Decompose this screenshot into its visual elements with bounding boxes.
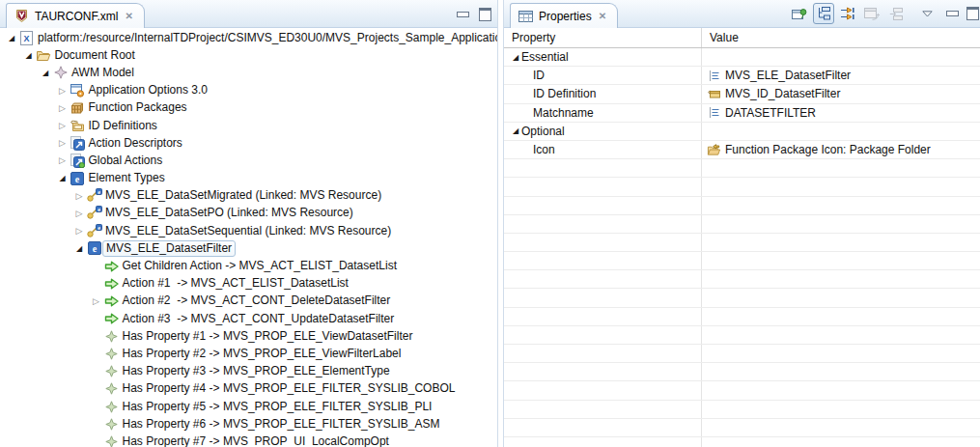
editor-minimize-icon[interactable] <box>457 12 469 17</box>
tree-item[interactable]: ▷Action Descriptors <box>0 134 497 152</box>
expander-expanded-icon[interactable]: ◢ <box>22 51 36 60</box>
editor-tab-close-icon[interactable]: ✕ <box>123 11 134 22</box>
tree-item[interactable]: ▷eMVS_ELE_DataSetMigrated (Linked: MVS R… <box>0 187 497 205</box>
expander-collapsed-icon[interactable]: ▷ <box>72 209 86 218</box>
expander-collapsed-icon[interactable]: ▷ <box>90 296 103 306</box>
empty-value-cell <box>702 437 980 447</box>
tree-item[interactable]: Has Property #6 -> MVS_PROP_ELE_FILTER_S… <box>0 415 497 433</box>
property-value-cell[interactable]: MVS_ID_DatasetFilter <box>702 85 980 102</box>
tree-item-label: Application Options 3.0 <box>86 83 210 98</box>
expander-expanded-icon[interactable]: ◢ <box>56 174 70 182</box>
tree-item[interactable]: ◢AWM Model <box>0 64 497 81</box>
expander-collapsed-icon[interactable]: ▷ <box>72 226 86 236</box>
tree-item[interactable]: ▷eMVS_ELE_DataSetSequential (Linked: MVS… <box>0 222 497 239</box>
view-menu-icon <box>922 11 933 17</box>
svg-text:e: e <box>98 207 100 212</box>
tree-item[interactable]: ▷Function Packages <box>0 99 497 117</box>
properties-tab[interactable]: Properties ✕ <box>510 3 618 28</box>
tree-item[interactable]: Action #3 -> MVS_ACT_CONT_UpdateDatasetF… <box>0 310 497 327</box>
property-row[interactable]: IconFunction Package Icon: Package Folde… <box>504 141 980 159</box>
empty-value-cell <box>702 345 980 362</box>
expander-collapsed-icon[interactable]: ▷ <box>72 191 86 201</box>
expander-collapsed-icon[interactable]: ▷ <box>56 155 70 165</box>
empty-value-cell <box>702 197 980 214</box>
has-property-icon <box>103 435 120 447</box>
tree-item[interactable]: ▷Application Options 3.0 <box>0 82 497 99</box>
property-row[interactable]: IDMVS_ELE_DatasetFilter <box>504 67 980 85</box>
has-property-icon <box>103 401 120 413</box>
property-row[interactable]: ID DefinitionMVS_ID_DatasetFilter <box>504 85 980 103</box>
category-label: Essential <box>521 50 569 64</box>
expander-expanded-icon[interactable]: ◢ <box>5 34 18 42</box>
tree-item[interactable]: ◢eMVS_ELE_DatasetFilter <box>0 239 497 257</box>
show-advanced-properties-button[interactable] <box>837 3 858 24</box>
properties-maximize-icon[interactable] <box>966 7 979 20</box>
property-row[interactable]: MatchnameDATASETFILTER <box>504 104 980 123</box>
has-property-icon <box>103 382 120 395</box>
expander-collapsed-icon[interactable]: ▷ <box>56 138 70 148</box>
expander-expanded-icon[interactable]: ◢ <box>39 69 52 77</box>
tree-item[interactable]: Has Property #2 -> MVS_PROP_ELE_ViewFilt… <box>0 345 497 362</box>
empty-row <box>504 159 980 178</box>
workbench: TAURCONF.xml ✕ ◢Xplatform:/resource/Inte… <box>0 0 980 447</box>
tree-item[interactable]: Has Property #4 -> MVS_PROP_ELE_FILTER_S… <box>0 380 497 398</box>
tree-item[interactable]: Has Property #1 -> MVS_PROP_ELE_ViewData… <box>0 327 497 345</box>
empty-name-cell <box>504 437 702 447</box>
tree-item[interactable]: ◢Document Root <box>0 46 497 64</box>
action-arrow-icon <box>103 277 120 291</box>
show-advanced-properties-icon <box>840 7 855 20</box>
id-definitions-icon <box>70 119 86 132</box>
property-category-row[interactable]: ◢Optional <box>504 123 980 141</box>
tree-item[interactable]: ▷Global Actions <box>0 152 497 169</box>
view-menu-button[interactable] <box>916 3 938 24</box>
property-value-cell[interactable]: Function Package Icon: Package Folder <box>702 141 980 158</box>
column-header-value[interactable]: Value <box>702 31 739 44</box>
tree-item[interactable]: ▷ID Definitions <box>0 117 497 134</box>
tree-item-label: Has Property #5 -> MVS_PROP_ELE_FILTER_S… <box>120 400 435 414</box>
tree-item-label: Action #1 -> MVS_ACT_ELIST_DatasetList <box>120 276 351 291</box>
property-category-row[interactable]: ◢Essential <box>504 48 980 67</box>
editor-pane: TAURCONF.xml ✕ ◢Xplatform:/resource/Inte… <box>0 0 498 447</box>
expander-expanded-icon[interactable]: ◢ <box>72 244 86 253</box>
empty-row <box>504 437 980 447</box>
properties-tabbar: Properties ✕ <box>504 0 980 28</box>
tree-item[interactable]: Has Property #7 -> MVS_PROP_UI_LocalComp… <box>0 433 497 447</box>
pin-editor-button[interactable] <box>789 3 810 24</box>
properties-toolbar <box>789 3 979 24</box>
show-categories-button[interactable] <box>813 3 834 24</box>
editor-maximize-icon[interactable] <box>479 8 491 21</box>
element-type-icon: e <box>70 172 86 185</box>
editor-tab-taurconf[interactable]: TAURCONF.xml ✕ <box>6 3 145 28</box>
empty-value-cell <box>702 252 980 269</box>
pin-editor-icon <box>792 7 807 21</box>
tree-item[interactable]: ▷eMVS_ELE_DataSetPO (Linked: MVS Resourc… <box>0 205 497 222</box>
tree-item[interactable]: Has Property #5 -> MVS_PROP_ELE_FILTER_S… <box>0 398 497 415</box>
package-folder-icon <box>707 143 721 156</box>
folder-open-icon <box>36 48 52 62</box>
svg-text:e: e <box>98 189 100 195</box>
property-value-cell[interactable]: DATASETFILTER <box>702 104 980 122</box>
function-package-icon <box>70 101 86 115</box>
properties-tab-close-icon[interactable]: ✕ <box>597 11 608 22</box>
expander-collapsed-icon[interactable]: ▷ <box>56 86 70 96</box>
tree-item[interactable]: Has Property #3 -> MVS_PROP_ELE_ElementT… <box>0 363 497 380</box>
expander-collapsed-icon[interactable]: ▷ <box>56 103 70 113</box>
property-value-cell[interactable]: MVS_ELE_DatasetFilter <box>702 67 980 84</box>
expander-collapsed-icon[interactable]: ▷ <box>56 121 70 130</box>
empty-name-cell <box>504 215 702 233</box>
property-value-cell[interactable] <box>702 123 980 140</box>
tree-item[interactable]: ◢eElement Types <box>0 170 497 187</box>
property-value-text: Function Package Icon: Package Folder <box>725 143 931 156</box>
category-label: Optional <box>521 125 565 138</box>
tree-item[interactable]: ▷Action #2 -> MVS_ACT_CONT_DeleteDataset… <box>0 293 497 310</box>
expander-expanded-icon[interactable]: ◢ <box>510 53 521 62</box>
empty-value-cell <box>702 234 980 251</box>
expander-expanded-icon[interactable]: ◢ <box>510 126 521 135</box>
tree-item[interactable]: Action #1 -> MVS_ACT_ELIST_DatasetList <box>0 275 497 293</box>
tree-item[interactable]: Get Children Action -> MVS_ACT_ELIST_Dat… <box>0 257 497 274</box>
column-header-property[interactable]: Property <box>504 28 702 47</box>
property-value-cell[interactable] <box>702 48 980 66</box>
property-name-cell: ID Definition <box>504 85 702 102</box>
properties-minimize-icon[interactable] <box>946 11 959 16</box>
tree-item[interactable]: ◢Xplatform:/resource/InternalTDProject/C… <box>0 29 497 46</box>
